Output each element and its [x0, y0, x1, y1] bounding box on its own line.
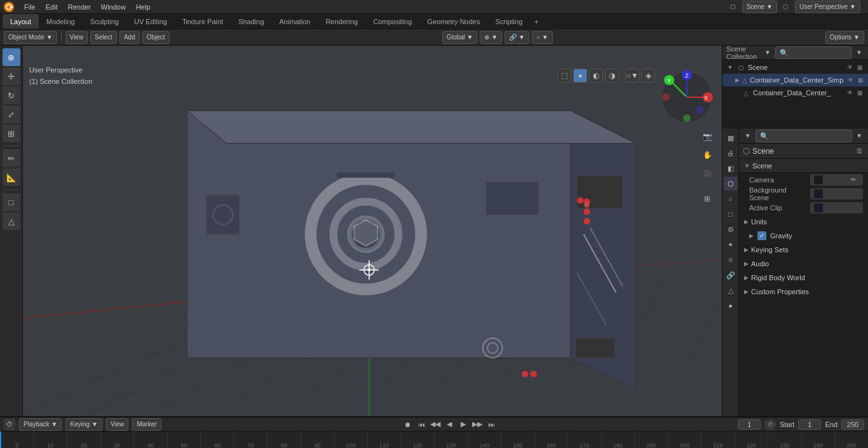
- rigid-body-section[interactable]: ▶ Rigid Body World: [739, 271, 868, 285]
- keying-menu[interactable]: Keying ▼: [65, 418, 102, 431]
- tab-texture-paint[interactable]: Texture Paint: [175, 14, 231, 29]
- props-search-input[interactable]: [756, 130, 852, 142]
- snapping[interactable]: 🔗 ▼: [505, 31, 529, 44]
- hand-pan-btn[interactable]: ✋: [699, 147, 715, 163]
- add-object-tool[interactable]: △: [3, 212, 20, 230]
- view-layer-tab[interactable]: ◧: [724, 161, 738, 175]
- mode-selector[interactable]: Object Mode ▼: [4, 31, 57, 44]
- active-clip-value[interactable]: [810, 202, 863, 214]
- cursor-tool[interactable]: ⊕: [3, 48, 20, 66]
- timeline-ruler[interactable]: 0 10 20 30 40 50 60 70 80 90 100 110 120…: [0, 431, 868, 448]
- object-data-tab[interactable]: △: [724, 283, 738, 297]
- transform-tool[interactable]: ⊞: [3, 125, 20, 142]
- pivot-point[interactable]: ⊕ ▼: [480, 31, 502, 44]
- custom-props-section[interactable]: ▶ Custom Properties: [739, 285, 868, 299]
- physics-tab[interactable]: ⚛: [724, 253, 738, 267]
- view-menu[interactable]: View: [65, 31, 88, 44]
- rendered-btn[interactable]: ◑: [605, 69, 619, 83]
- tab-layout[interactable]: Layout: [3, 14, 39, 29]
- view-layer-selector[interactable]: User Perspective ▼: [795, 1, 860, 13]
- options-button[interactable]: Options ▼: [825, 31, 864, 44]
- rotate-tool[interactable]: ↻: [3, 86, 20, 104]
- add-menu[interactable]: Add: [119, 31, 140, 44]
- particles-tab[interactable]: ✦: [724, 238, 738, 252]
- outliner-view-options[interactable]: ▼: [854, 48, 864, 58]
- select-menu[interactable]: Select: [90, 31, 117, 44]
- constraints-tab[interactable]: 🔗: [724, 268, 738, 282]
- outliner-item-2[interactable]: △ Container_Data_Center_ 👁 ▦: [722, 86, 868, 99]
- menu-render[interactable]: Render: [63, 0, 96, 13]
- item2-eye-icon[interactable]: 👁: [845, 88, 854, 97]
- tab-modeling[interactable]: Modeling: [39, 14, 83, 29]
- end-frame-input[interactable]: [841, 419, 864, 430]
- object-tab[interactable]: □: [724, 207, 738, 221]
- playback-menu[interactable]: Playback ▼: [19, 418, 62, 431]
- wireframe-btn[interactable]: ⬚: [557, 69, 571, 83]
- tab-uv-editing[interactable]: UV Editing: [126, 14, 175, 29]
- add-workspace-button[interactable]: +: [530, 15, 543, 28]
- scene-section-header[interactable]: ▼ Scene: [739, 159, 868, 173]
- menu-file[interactable]: File: [19, 0, 41, 13]
- item2-render-icon[interactable]: ▦: [855, 88, 864, 97]
- outliner-filter-icon[interactable]: ▼: [763, 48, 773, 58]
- props-filter-icon[interactable]: ▼: [743, 131, 753, 141]
- menu-window[interactable]: Window: [96, 0, 131, 13]
- tab-shading[interactable]: Shading: [231, 14, 271, 29]
- tab-animation[interactable]: Animation: [272, 14, 318, 29]
- camera-view-btn[interactable]: 📷: [699, 128, 715, 145]
- next-frame-btn[interactable]: ▶▶: [471, 418, 484, 431]
- render-visibility-icon[interactable]: ▦: [855, 63, 864, 72]
- move-tool[interactable]: ✛: [3, 67, 20, 85]
- world-tab[interactable]: ○: [724, 192, 738, 206]
- xray-btn[interactable]: ◈: [641, 69, 655, 83]
- units-section[interactable]: ▶ Units: [739, 215, 868, 229]
- item1-eye-icon[interactable]: 👁: [846, 76, 855, 85]
- camera-prop-value[interactable]: ✏: [810, 174, 863, 186]
- menu-edit[interactable]: Edit: [41, 0, 63, 13]
- camera-fly-btn[interactable]: 🎥: [699, 165, 715, 182]
- solid-btn[interactable]: ●: [573, 69, 587, 83]
- current-frame-input[interactable]: [738, 419, 761, 430]
- measure-tool[interactable]: 📐: [3, 168, 20, 186]
- navigation-gizmo[interactable]: X Y Z: [658, 69, 715, 126]
- scene-props-options[interactable]: ☰: [854, 146, 864, 156]
- annotate-tool[interactable]: ✏: [3, 149, 20, 167]
- jump-end-btn[interactable]: ⏭: [485, 418, 498, 431]
- jump-start-btn[interactable]: ⏮: [415, 418, 428, 431]
- material-btn[interactable]: ◐: [589, 69, 603, 83]
- tab-rendering[interactable]: Rendering: [318, 14, 365, 29]
- outliner-search[interactable]: [775, 46, 851, 59]
- prev-keyframe-btn[interactable]: ◀◀: [429, 418, 442, 431]
- overlay-btn[interactable]: ○▼: [625, 69, 639, 83]
- engine-selector[interactable]: ⬡: [728, 2, 738, 12]
- viewport-3d[interactable]: User Perspective (1) Scene Collection X …: [23, 46, 722, 416]
- item1-render-icon[interactable]: ▦: [856, 76, 865, 85]
- camera-edit-btn[interactable]: ✏: [848, 174, 859, 186]
- outliner-scene-collection[interactable]: ▼ ⬡ Scene 👁 ▦: [722, 61, 868, 74]
- object-menu[interactable]: Object: [142, 31, 170, 44]
- audio-section[interactable]: ▶ Audio: [739, 257, 868, 271]
- marker-menu[interactable]: Marker: [132, 418, 161, 431]
- scene-grid-btn[interactable]: ⊞: [699, 191, 715, 207]
- output-tab[interactable]: 🖨: [724, 146, 738, 160]
- tab-geometry-nodes[interactable]: Geometry Nodes: [419, 14, 487, 29]
- scale-tool[interactable]: ⤢: [3, 105, 20, 123]
- add-cube-tool[interactable]: □: [3, 193, 20, 211]
- modifier-tab[interactable]: ⚙: [724, 222, 738, 236]
- tab-sculpting[interactable]: Sculpting: [83, 14, 126, 29]
- start-frame-input[interactable]: [798, 419, 821, 430]
- scene-selector[interactable]: Scene ▼: [742, 1, 777, 13]
- scene-tab[interactable]: ⬡: [724, 177, 738, 191]
- gravity-checkbox[interactable]: ✓: [757, 231, 766, 240]
- timeline-icon[interactable]: ⏱: [4, 419, 15, 430]
- bg-scene-value[interactable]: [810, 188, 863, 200]
- tab-scripting[interactable]: Scripting: [487, 14, 530, 29]
- play-btn[interactable]: ▶: [457, 418, 470, 431]
- prev-frame-btn[interactable]: ◀: [443, 418, 456, 431]
- proportional-edit[interactable]: ○ ▼: [532, 31, 553, 44]
- transform-orientation[interactable]: Global ▼: [442, 31, 478, 44]
- outliner-item-1[interactable]: ▶ △ Container_Data_Center_Simp 👁 ▦ ⊙: [722, 74, 868, 86]
- gravity-row[interactable]: ▶ ✓ Gravity: [739, 229, 868, 243]
- visibility-icon[interactable]: 👁: [845, 63, 854, 72]
- keying-sets-section[interactable]: ▶ Keying Sets: [739, 243, 868, 257]
